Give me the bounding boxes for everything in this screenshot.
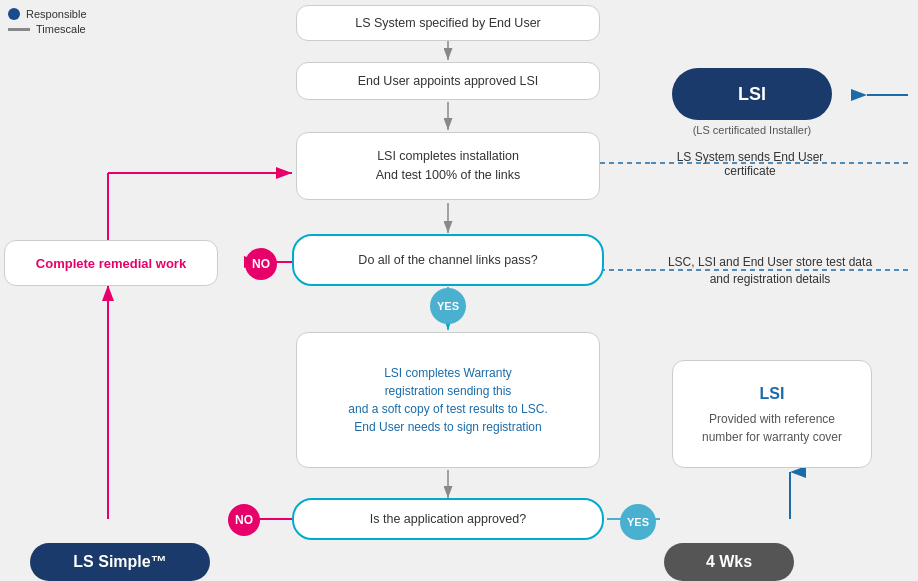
right-warranty-box: LSI Provided with reference number for w… (672, 360, 872, 468)
legend-dot-responsible (8, 8, 20, 20)
flow-box-3: LSI completes installation And test 100%… (296, 132, 600, 200)
badge-yes-1: YES (430, 288, 466, 324)
badge-no-2: NO (228, 504, 260, 536)
flow-decision-1: Do all of the channel links pass? (292, 234, 604, 286)
bottom-bar-weeks: 4 Wks (664, 543, 794, 581)
store-label: LSC, LSI and End User store test data an… (650, 254, 890, 288)
diagram-container: Responsible Timescale LS System specifie… (0, 0, 918, 581)
warranty-box: LSI completes Warranty registration send… (296, 332, 600, 468)
legend-timescale-label: Timescale (36, 23, 86, 35)
badge-no-1: NO (245, 248, 277, 280)
flow-box-2: End User appoints approved LSI (296, 62, 600, 100)
badge-yes-2: YES (620, 504, 656, 540)
cert-label: LS System sends End User certificate (650, 150, 850, 178)
legend-responsible: Responsible (8, 8, 87, 20)
right-warranty-title: LSI (760, 382, 785, 406)
flow-decision-2: Is the application approved? (292, 498, 604, 540)
flow-box-1: LS System specified by End User (296, 5, 600, 41)
legend-timescale: Timescale (8, 23, 87, 35)
legend: Responsible Timescale (8, 8, 87, 38)
lsi-button: LSI (672, 68, 832, 120)
legend-responsible-label: Responsible (26, 8, 87, 20)
lsi-cert-label: (LS certificated Installer) (672, 124, 832, 136)
bottom-bar-ls-simple: LS Simple™ (30, 543, 210, 581)
right-warranty-text: Provided with reference number for warra… (702, 410, 842, 446)
legend-line-timescale (8, 28, 30, 31)
remedial-box: Complete remedial work (4, 240, 218, 286)
